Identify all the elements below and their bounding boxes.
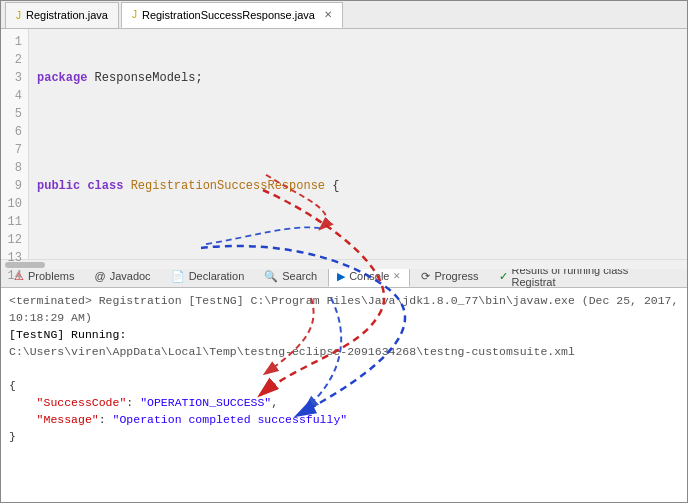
console-success-line: "SuccessCode": "OPERATION_SUCCESS",: [9, 394, 679, 411]
java-file-icon-2: J: [132, 9, 137, 20]
tab-response-label: RegistrationSuccessResponse.java: [142, 9, 315, 21]
console-output[interactable]: <terminated> Registration [TestNG] C:\Pr…: [1, 288, 687, 503]
btab-progress-label: Progress: [434, 270, 478, 282]
btab-problems-label: Problems: [28, 270, 74, 282]
console-terminated: <terminated> Registration [TestNG] C:\Pr…: [9, 292, 679, 326]
message-value: "Operation completed successfully": [113, 413, 348, 426]
main-window: J Registration.java J RegistrationSucces…: [0, 0, 688, 503]
horizontal-scrollbar[interactable]: [1, 259, 687, 269]
console-message-line: "Message": "Operation completed successf…: [9, 411, 679, 428]
progress-icon: ⟳: [421, 270, 430, 283]
tab-close-icon[interactable]: ✕: [324, 9, 332, 20]
success-value: "OPERATION_SUCCESS": [140, 396, 271, 409]
btab-console-label: Console: [349, 270, 389, 282]
console-blank: [9, 360, 679, 377]
editor-content: 1234 5678 9101112 13141516 17 package Re…: [1, 29, 687, 259]
scrollbar-thumb: [5, 262, 45, 268]
btab-search-label: Search: [282, 270, 317, 282]
code-line-2: [37, 123, 679, 141]
results-icon: ✓: [499, 270, 508, 283]
line-numbers: 1234 5678 9101112 13141516 17: [1, 29, 29, 259]
success-key: "SuccessCode": [37, 396, 127, 409]
code-line-3: public class RegistrationSuccessResponse…: [37, 177, 679, 195]
javadoc-icon: @: [94, 270, 105, 282]
console-testng: [TestNG] Running:: [9, 326, 679, 343]
btab-declaration-label: Declaration: [189, 270, 245, 282]
java-file-icon: J: [16, 10, 21, 21]
console-brace-close: }: [9, 428, 679, 445]
tab-response[interactable]: J RegistrationSuccessResponse.java ✕: [121, 2, 343, 28]
editor-section: 1234 5678 9101112 13141516 17 package Re…: [1, 29, 687, 259]
console-brace-open: {: [9, 377, 679, 394]
search-icon: 🔍: [264, 270, 278, 283]
code-area[interactable]: package ResponseModels; public class Reg…: [29, 29, 687, 259]
tab-registration[interactable]: J Registration.java: [5, 2, 119, 28]
tab-registration-label: Registration.java: [26, 9, 108, 21]
btab-javadoc-label: Javadoc: [110, 270, 151, 282]
console-icon: ▶: [337, 270, 345, 283]
console-section: <terminated> Registration [TestNG] C:\Pr…: [1, 288, 687, 503]
message-key: "Message": [37, 413, 99, 426]
console-suite-path: C:\Users\viren\AppData\Local\Temp\testng…: [9, 343, 679, 360]
code-line-4: [37, 231, 679, 249]
declaration-icon: 📄: [171, 270, 185, 283]
editor-tab-bar: J Registration.java J RegistrationSucces…: [1, 1, 687, 29]
btab-console-close[interactable]: ✕: [393, 271, 401, 281]
code-line-1: package ResponseModels;: [37, 69, 679, 87]
